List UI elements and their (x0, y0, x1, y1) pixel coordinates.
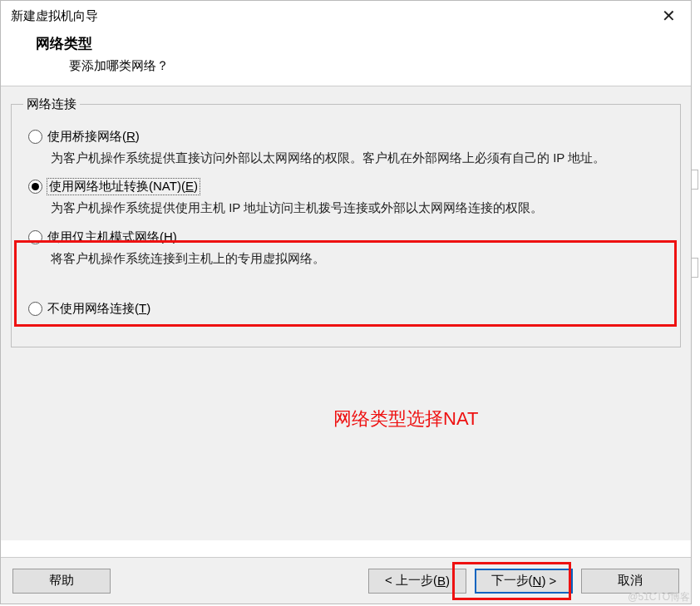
annotation-text: 网络类型选择NAT (333, 406, 478, 431)
option-bridged[interactable]: 使用桥接网络(R) 为客户机操作系统提供直接访问外部以太网网络的权限。客户机在外… (28, 129, 668, 167)
page-subtitle: 要添加哪类网络？ (69, 58, 666, 74)
background-stub (692, 258, 698, 278)
option-nat-label: 使用网络地址转换(NAT)(E) (47, 179, 200, 195)
page-title: 网络类型 (36, 34, 666, 53)
radio-icon[interactable] (28, 230, 42, 244)
option-hostonly-label: 使用仅主机模式网络(H) (47, 229, 177, 245)
background-stub (692, 170, 698, 190)
network-connection-group: 网络连接 使用桥接网络(R) 为客户机操作系统提供直接访问外部以太网网络的权限。… (11, 96, 681, 347)
option-none-label: 不使用网络连接(T) (47, 301, 150, 317)
help-button[interactable]: 帮助 (12, 569, 111, 594)
content-area: 网络连接 使用桥接网络(R) 为客户机操作系统提供直接访问外部以太网网络的权限。… (1, 86, 691, 540)
option-nat-desc: 为客户机操作系统提供使用主机 IP 地址访问主机拨号连接或外部以太网网络连接的权… (51, 198, 668, 217)
option-none[interactable]: 不使用网络连接(T) (28, 301, 668, 317)
close-icon[interactable]: ✕ (657, 7, 681, 24)
cancel-button[interactable]: 取消 (581, 569, 679, 594)
window-title: 新建虚拟机向导 (11, 8, 98, 24)
radio-icon[interactable] (28, 302, 42, 316)
option-bridged-desc: 为客户机操作系统提供直接访问外部以太网网络的权限。客户机在外部网络上必须有自己的… (51, 148, 668, 167)
group-legend: 网络连接 (23, 96, 80, 112)
back-button[interactable]: < 上一步(B) (368, 569, 466, 594)
option-hostonly-desc: 将客户机操作系统连接到主机上的专用虚拟网络。 (51, 249, 668, 268)
title-bar: 新建虚拟机向导 ✕ (1, 1, 691, 29)
wizard-header: 网络类型 要添加哪类网络？ (1, 29, 691, 86)
option-bridged-label: 使用桥接网络(R) (47, 129, 140, 145)
next-button[interactable]: 下一步(N) > (475, 569, 573, 594)
wizard-dialog: 新建虚拟机向导 ✕ 网络类型 要添加哪类网络？ 网络连接 使用桥接网络(R) 为… (0, 0, 692, 604)
option-nat[interactable]: 使用网络地址转换(NAT)(E) 为客户机操作系统提供使用主机 IP 地址访问主… (28, 179, 668, 217)
radio-icon[interactable] (28, 130, 42, 144)
footer-bar: 帮助 < 上一步(B) 下一步(N) > 取消 (1, 557, 691, 604)
radio-icon[interactable] (28, 180, 42, 194)
option-hostonly[interactable]: 使用仅主机模式网络(H) 将客户机操作系统连接到主机上的专用虚拟网络。 (28, 229, 668, 268)
